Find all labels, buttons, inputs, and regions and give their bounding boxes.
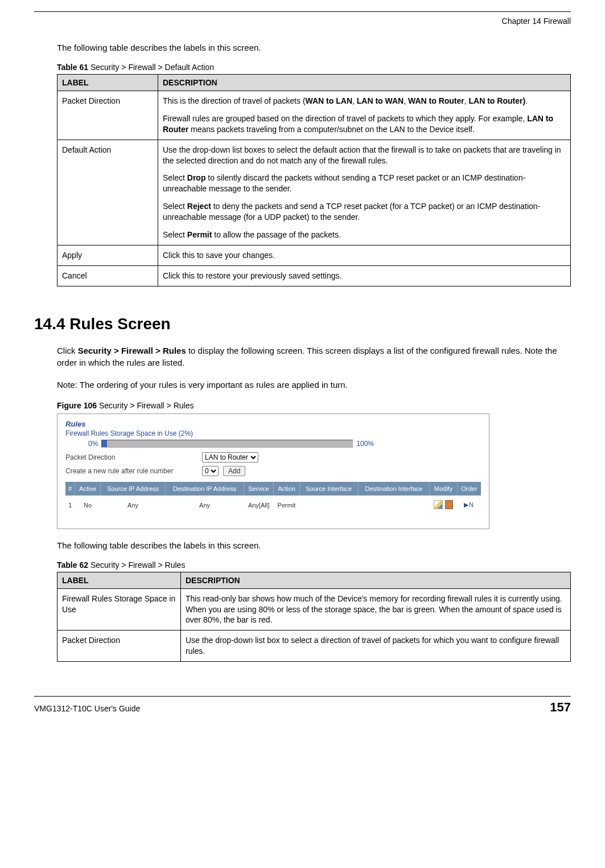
table-row: Default Action Use the drop-down list bo… (57, 140, 571, 245)
col-srcif: Source Interface (299, 482, 358, 496)
cell-service: Any[All] (244, 496, 273, 515)
table-row: Packet Direction This is the direction o… (57, 91, 571, 140)
cell-srcif (299, 496, 358, 515)
figure-caption: Figure 106 Security > Firewall > Rules (57, 401, 571, 410)
desc-cell: This is the direction of travel of packe… (158, 91, 571, 140)
packet-direction-label: Packet Direction (65, 453, 202, 461)
col-dstip: Destination IP Address (166, 482, 244, 496)
desc-cell: This read-only bar shows how much of the… (181, 588, 571, 630)
desc-cell: Use the drop-down list box to select a d… (181, 630, 571, 662)
create-rule-label: Create a new rule after rule number (65, 467, 202, 475)
table-row: Apply Click this to save your changes. (57, 245, 571, 265)
desc-cell: Click this to save your changes. (158, 245, 571, 265)
table61-head-desc: DESCRIPTION (158, 75, 571, 91)
label-cell: Packet Direction (57, 630, 181, 662)
section-note: Note: The ordering of your rules is very… (57, 379, 571, 391)
table61-head-label: LABEL (57, 75, 158, 91)
cell-modify (430, 496, 457, 515)
edit-icon[interactable] (434, 500, 443, 509)
rules-panel-title: Rules (65, 420, 481, 428)
rules-table: # Active Source IP Address Destination I… (65, 482, 481, 515)
table-row: Packet Direction Use the drop-down list … (57, 630, 571, 662)
cell-srcip: Any (100, 496, 165, 515)
storage-bar (101, 440, 353, 448)
col-action: Action (274, 482, 300, 496)
intro-text-1: The following table describes the labels… (57, 43, 571, 52)
label-cell: Packet Direction (57, 91, 158, 140)
cell-dstif (358, 496, 430, 515)
table-row: Cancel Click this to restore your previo… (57, 265, 571, 286)
storage-bar-fill (102, 440, 107, 447)
packet-direction-select[interactable]: LAN to Router (202, 452, 258, 462)
col-service: Service (244, 482, 273, 496)
page-number: 157 (550, 700, 571, 715)
chapter-header: Chapter 14 Firewall (34, 17, 571, 26)
label-cell: Default Action (57, 140, 158, 245)
figure-rules-screenshot: Rules Firewall Rules Storage Space in Us… (57, 413, 489, 529)
col-order: Order (457, 482, 481, 496)
intro-text-2: The following table describes the labels… (57, 541, 571, 550)
add-button[interactable]: Add (223, 466, 245, 476)
table62: LABEL DESCRIPTION Firewall Rules Storage… (57, 572, 571, 662)
table62-caption: Table 62 Security > Firewall > Rules (57, 560, 571, 570)
cell-active: No (75, 496, 101, 515)
table62-head-desc: DESCRIPTION (181, 572, 571, 588)
storage-pct-left: 0% (88, 440, 98, 448)
cell-dstip: Any (166, 496, 244, 515)
cell-action: Permit (274, 496, 300, 515)
col-num: # (65, 482, 75, 496)
rules-table-row: 1 No Any Any Any[All] Permit ▶N (65, 496, 481, 515)
col-dstif: Destination Interface (358, 482, 430, 496)
col-srcip: Source IP Address (100, 482, 165, 496)
label-cell: Apply (57, 245, 158, 265)
table62-head-label: LABEL (57, 572, 181, 588)
table61: LABEL DESCRIPTION Packet Direction This … (57, 74, 571, 286)
col-active: Active (75, 482, 101, 496)
footer-guide-name: VMG1312-T10C User's Guide (34, 704, 140, 713)
desc-cell: Click this to restore your previously sa… (158, 265, 571, 286)
cell-num: 1 (65, 496, 75, 515)
delete-icon[interactable] (445, 500, 453, 509)
storage-label: Firewall Rules Storage Space in Use (2%) (65, 429, 481, 437)
section-heading: 14.4 Rules Screen (34, 315, 571, 333)
label-cell: Cancel (57, 265, 158, 286)
table61-caption: Table 61 Security > Firewall > Default A… (57, 63, 571, 72)
cell-order[interactable]: ▶N (457, 496, 481, 515)
section-para-1: Click Security > Firewall > Rules to dis… (57, 345, 571, 369)
create-rule-number-select[interactable]: 0 (202, 466, 219, 476)
storage-pct-right: 100% (356, 440, 374, 448)
table-row: Firewall Rules Storage Space in Use This… (57, 588, 571, 630)
desc-cell: Use the drop-down list boxes to select t… (158, 140, 571, 245)
label-cell: Firewall Rules Storage Space in Use (57, 588, 181, 630)
col-modify: Modify (430, 482, 457, 496)
